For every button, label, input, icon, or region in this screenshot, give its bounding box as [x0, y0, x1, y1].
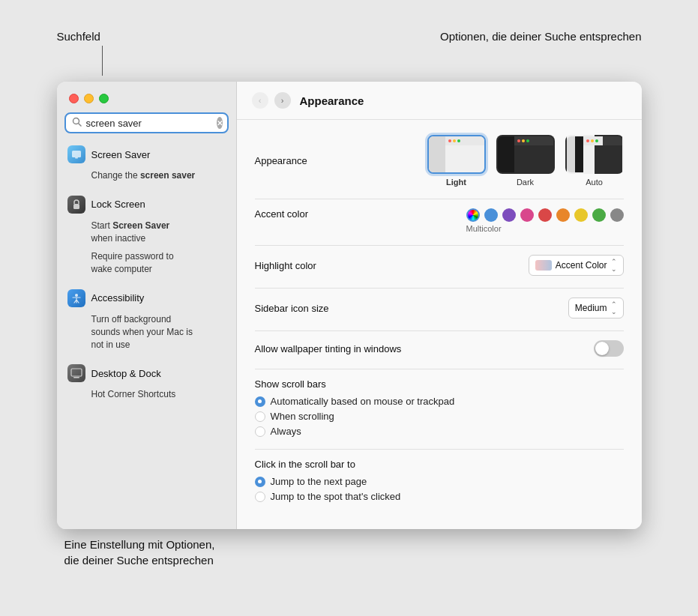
accessibility-icon	[67, 289, 85, 307]
chevron-icon: ⌃⌄	[611, 258, 617, 273]
screen-saver-label: Screen Saver	[91, 149, 151, 160]
desktop-dock-icon	[67, 364, 85, 382]
search-bar[interactable]: ✕	[64, 112, 229, 133]
close-button[interactable]	[69, 94, 79, 103]
appearance-thumb-dark	[496, 135, 555, 174]
desktop-dock-sub: Hot Corner Shortcuts	[57, 387, 236, 402]
sidebar-icon-size-value: Medium	[575, 303, 607, 313]
screen-saver-sub: Change the screen saver	[57, 168, 236, 184]
accessibility-label: Accessibility	[91, 292, 145, 304]
search-clear-button[interactable]: ✕	[217, 117, 223, 129]
scroll-bars-always-radio[interactable]	[255, 426, 265, 437]
annotation-suchfeld: Suchfeld	[57, 30, 100, 43]
scroll-bars-scrolling-label: When scrolling	[271, 411, 334, 422]
click-scroll-spot-radio[interactable]	[255, 492, 265, 502]
accent-blue[interactable]	[484, 208, 498, 222]
appearance-label: Appearance	[255, 155, 307, 166]
accent-orange[interactable]	[556, 208, 570, 222]
appearance-light-label: Light	[446, 178, 466, 187]
lock-screen-sub2: Require password towake computer	[57, 249, 236, 277]
accent-purple[interactable]	[502, 208, 516, 222]
annotation-optionen: Optionen, die deiner Suche entsprechen	[440, 30, 642, 43]
search-icon	[72, 117, 82, 129]
scroll-bars-scrolling-option[interactable]: When scrolling	[255, 411, 624, 422]
click-scroll-label: Click in the scroll bar to	[255, 459, 624, 470]
screen-saver-icon	[67, 145, 85, 163]
search-input[interactable]	[86, 118, 212, 129]
scroll-bars-auto-option[interactable]: Automatically based on mouse or trackpad	[255, 396, 624, 407]
sidebar-icon-size-dropdown[interactable]: Medium ⌃⌄	[568, 298, 624, 318]
svg-point-5	[75, 294, 78, 297]
separator-4	[255, 330, 624, 331]
accent-colors-section: Multicolor	[466, 208, 624, 233]
svg-rect-4	[73, 204, 79, 209]
scroll-bars-scrolling-radio[interactable]	[255, 411, 265, 422]
highlight-color-row: Highlight color Accent Color ⌃⌄	[255, 255, 624, 276]
back-button[interactable]: ‹	[252, 92, 268, 109]
main-body: Appearance	[237, 120, 642, 529]
accent-red[interactable]	[538, 208, 552, 222]
highlight-color-value: Accent Color	[556, 260, 607, 271]
sidebar-item-lock-screen[interactable]: Lock Screen	[57, 191, 236, 218]
click-scroll-spot-option[interactable]: Jump to the spot that's clicked	[255, 491, 624, 502]
accent-multicolor[interactable]	[466, 208, 480, 222]
appearance-option-auto[interactable]: Auto	[565, 135, 624, 187]
highlight-color-swatch	[535, 260, 552, 271]
accent-selected-label: Multicolor	[466, 224, 502, 233]
toggle-knob	[595, 342, 609, 355]
svg-rect-2	[72, 151, 81, 157]
wallpaper-tinting-toggle[interactable]	[594, 340, 624, 357]
click-scroll-spot-label: Jump to the spot that's clicked	[271, 491, 401, 502]
svg-rect-3	[75, 157, 78, 159]
scroll-bars-always-option[interactable]: Always	[255, 426, 624, 437]
appearance-options: Light	[427, 135, 624, 187]
wallpaper-tinting-label: Allow wallpaper tinting in windows	[255, 343, 402, 354]
accent-yellow[interactable]	[574, 208, 588, 222]
highlight-color-label: Highlight color	[255, 260, 316, 271]
settings-window: ✕ Screen Saver Change the screen saver	[57, 82, 642, 529]
sidebar-item-screen-saver[interactable]: Screen Saver	[57, 141, 236, 168]
accent-graphite[interactable]	[610, 208, 624, 222]
minimize-button[interactable]	[84, 94, 94, 103]
main-content: ‹ › Appearance Appearance	[237, 82, 642, 529]
desktop-dock-label: Desktop & Dock	[91, 368, 161, 379]
accent-green[interactable]	[592, 208, 606, 222]
separator-3	[255, 288, 624, 289]
accent-circles	[466, 208, 624, 222]
annotation-einstellung: Eine Einstellung mit Optionen, die deine…	[64, 538, 215, 567]
accent-color-label: Accent color	[255, 208, 309, 220]
appearance-option-light[interactable]: Light	[427, 135, 486, 187]
sidebar: ✕ Screen Saver Change the screen saver	[57, 82, 237, 529]
click-scroll-section: Click in the scroll bar to Jump to the n…	[255, 459, 624, 502]
traffic-lights	[57, 82, 236, 112]
click-scroll-next-page-radio[interactable]	[255, 477, 265, 487]
chevron-down-icon: ⌃⌄	[611, 301, 617, 315]
scroll-bars-always-label: Always	[271, 426, 301, 437]
click-scroll-next-page-option[interactable]: Jump to the next page	[255, 476, 624, 487]
accent-color-row: Accent color Multicolor	[255, 208, 624, 233]
appearance-option-dark[interactable]: Dark	[496, 135, 555, 187]
forward-button[interactable]: ›	[274, 92, 291, 109]
scroll-bars-auto-radio[interactable]	[255, 396, 265, 407]
highlight-color-dropdown[interactable]: Accent Color ⌃⌄	[529, 255, 624, 276]
appearance-thumb-light	[427, 135, 486, 174]
click-scroll-next-page-label: Jump to the next page	[271, 476, 367, 487]
svg-rect-6	[71, 369, 82, 376]
appearance-auto-label: Auto	[586, 178, 603, 187]
lock-screen-icon	[67, 196, 85, 214]
accent-pink[interactable]	[520, 208, 534, 222]
appearance-thumb-auto	[565, 135, 624, 174]
sidebar-item-desktop-dock[interactable]: Desktop & Dock	[57, 360, 236, 387]
svg-line-1	[78, 124, 81, 127]
click-scroll-radio-group: Jump to the next page Jump to the spot t…	[255, 476, 624, 502]
sidebar-item-accessibility[interactable]: Accessibility	[57, 285, 236, 312]
separator-1	[255, 199, 624, 199]
show-scroll-bars-label: Show scroll bars	[255, 378, 624, 390]
sidebar-icon-size-row: Sidebar icon size Medium ⌃⌄	[255, 298, 624, 318]
main-header: ‹ › Appearance	[237, 82, 642, 120]
sidebar-icon-size-label: Sidebar icon size	[255, 303, 329, 314]
separator-6	[255, 449, 624, 450]
lock-screen-label: Lock Screen	[91, 199, 145, 210]
separator-5	[255, 369, 624, 369]
maximize-button[interactable]	[99, 94, 109, 103]
